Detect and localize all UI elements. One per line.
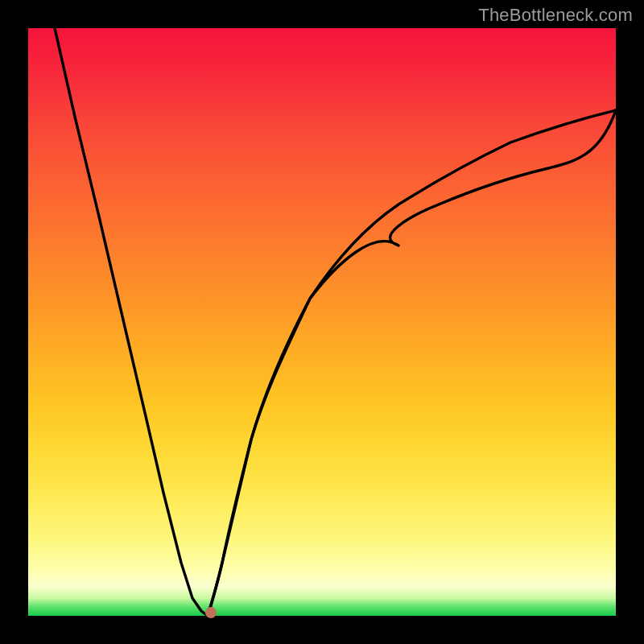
chart-frame: TheBottleneck.com [0,0,644,644]
bottleneck-curve [28,28,616,616]
plot-area [28,28,616,616]
curve-left-branch [55,28,208,616]
curve-right-branch-smooth [208,110,616,616]
minimum-marker [205,607,217,618]
curve-right-branch [208,110,616,616]
watermark-text: TheBottleneck.com [478,5,633,26]
